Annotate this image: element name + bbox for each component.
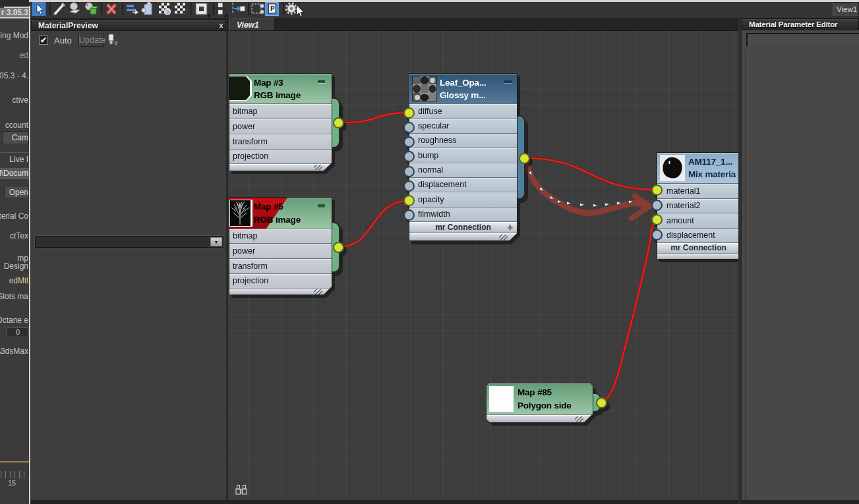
svg-text:P: P	[270, 5, 275, 13]
